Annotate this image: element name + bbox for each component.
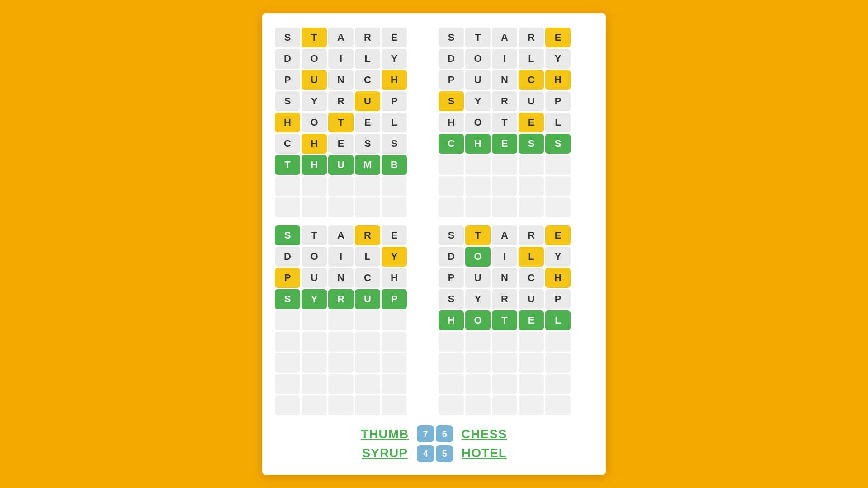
cell [439, 176, 464, 196]
top-grids-row: STAREDOILYPUNCHSYRUPHOTELCHESSTHUMB STAR… [275, 28, 593, 217]
cell: R [328, 91, 354, 111]
cell: Y [382, 247, 407, 267]
cell [465, 395, 491, 415]
cell: T [275, 155, 300, 175]
cell: S [275, 28, 300, 47]
cell: E [545, 28, 571, 47]
cell [302, 374, 327, 394]
cell: A [328, 225, 354, 245]
badge-row-1: 7 6 [417, 425, 453, 442]
cell: H [275, 113, 300, 132]
cell: L [382, 113, 407, 132]
cell [382, 374, 407, 394]
score-badge-5: 5 [436, 445, 453, 462]
cell: U [519, 91, 544, 111]
word-syrup[interactable]: SYRUP [362, 446, 408, 460]
cell: E [492, 134, 517, 154]
cell: O [465, 247, 491, 267]
cell: S [439, 91, 464, 111]
cell [545, 395, 571, 415]
cell [465, 197, 491, 217]
cell [519, 353, 544, 373]
cell: H [302, 134, 327, 154]
cell [545, 197, 571, 217]
cell: E [545, 225, 571, 245]
cell [302, 395, 327, 415]
cell: S [519, 134, 544, 154]
score-badge-7: 7 [417, 425, 434, 442]
cell: Y [545, 49, 571, 69]
cell: R [519, 28, 544, 47]
cell [355, 374, 380, 394]
cell: T [492, 113, 517, 132]
word-hotel[interactable]: HOTEL [462, 446, 507, 460]
cell: U [302, 70, 327, 90]
grid-row: STARE [275, 225, 429, 245]
grid-row [275, 332, 429, 352]
cell [382, 197, 407, 217]
cell: S [439, 28, 464, 47]
cell [328, 176, 354, 196]
cell [275, 332, 300, 352]
cell: T [465, 28, 491, 47]
cell: Y [302, 289, 327, 309]
grid-row: DOILY [275, 49, 429, 69]
cell: H [545, 268, 571, 288]
grid-top-right: STAREDOILYPUNCHSYRUPHOTELCHESS [439, 28, 593, 217]
cell: P [275, 70, 300, 90]
word-chess[interactable]: CHESS [461, 427, 507, 441]
cell [355, 197, 380, 217]
cell: H [545, 70, 571, 90]
cell [465, 374, 491, 394]
cell [302, 332, 327, 352]
grid-row: STARE [275, 28, 429, 47]
cell [382, 176, 407, 196]
cell: E [328, 134, 354, 154]
cell: M [355, 155, 380, 175]
badge-row-2: 4 5 [417, 445, 453, 462]
cell: S [382, 134, 407, 154]
bottom-bar: THUMB SYRUP 7 6 4 5 CHESS HOTEL [275, 425, 593, 462]
cell [465, 332, 491, 352]
score-badge-6: 6 [436, 425, 453, 442]
cell [492, 332, 517, 352]
cell: D [439, 49, 464, 69]
word-row-4: HOTEL [462, 446, 507, 460]
cell [382, 395, 407, 415]
cell [302, 310, 327, 330]
cell: R [355, 225, 380, 245]
cell [519, 332, 544, 352]
cell: C [355, 70, 380, 90]
cell [302, 353, 327, 373]
cell [439, 155, 464, 175]
cell [439, 395, 464, 415]
cell: P [545, 289, 571, 309]
grid-row: DOILY [439, 49, 593, 69]
cell: C [519, 70, 544, 90]
grid-row [275, 353, 429, 373]
cell [519, 197, 544, 217]
cell: O [465, 49, 491, 69]
grid-row [439, 353, 593, 373]
cell: N [328, 268, 354, 288]
grid-row: PUNCH [275, 268, 429, 288]
cell: C [519, 268, 544, 288]
cell [439, 332, 464, 352]
grid-bottom-right: STAREDOILYPUNCHSYRUPHOTEL [439, 225, 593, 415]
cell [355, 310, 380, 330]
cell: I [492, 247, 517, 267]
cell: U [465, 70, 491, 90]
cell: S [439, 289, 464, 309]
grid-row [439, 332, 593, 352]
cell [519, 176, 544, 196]
cell: H [382, 70, 407, 90]
words-right-group: CHESS HOTEL [461, 427, 507, 460]
cell [328, 197, 354, 217]
cell: H [382, 268, 407, 288]
cell [545, 176, 571, 196]
cell: S [275, 289, 300, 309]
word-thumb[interactable]: THUMB [361, 427, 409, 441]
cell [328, 332, 354, 352]
cell [275, 197, 300, 217]
grid-row: SYRUP [439, 91, 593, 111]
